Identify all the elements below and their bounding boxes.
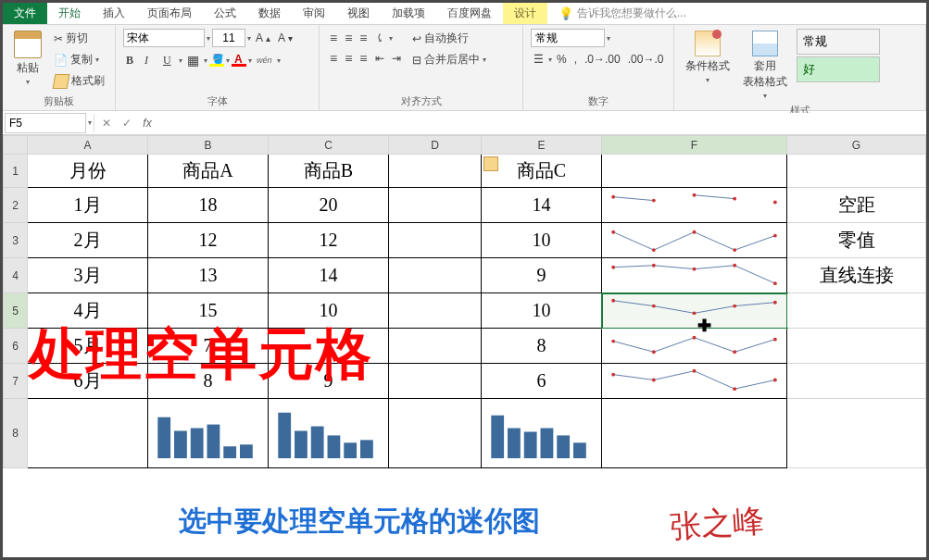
font-color-button[interactable] [232, 54, 246, 67]
row-header-7[interactable]: 7 [4, 364, 28, 399]
cell-E4[interactable]: 9 [482, 258, 602, 293]
tell-me-search[interactable]: 💡 告诉我您想要做什么... [547, 3, 926, 24]
row-5[interactable]: 5 4月 15 10 10 [4, 293, 926, 329]
cell-F1[interactable] [602, 155, 787, 188]
tab-file[interactable]: 文件 [3, 3, 47, 24]
cell-B1[interactable]: 商品A [148, 155, 269, 188]
col-B[interactable]: B [148, 136, 269, 155]
row-1[interactable]: 1 月份 商品A 商品B 商品C [4, 155, 926, 188]
row-header-2[interactable]: 2 [4, 188, 28, 223]
decrease-font-button[interactable]: A▾ [275, 30, 295, 46]
cell-G1[interactable] [787, 155, 926, 188]
cell-G8[interactable] [787, 399, 926, 468]
cell-B2[interactable]: 18 [148, 188, 269, 223]
comma-button[interactable]: , [571, 51, 580, 68]
cell-G4[interactable]: 直线连接 [787, 258, 926, 293]
cell-A1[interactable]: 月份 [28, 155, 148, 188]
borders-button[interactable] [184, 51, 202, 69]
tab-insert[interactable]: 插入 [92, 3, 136, 24]
tab-design[interactable]: 设计 [503, 3, 547, 24]
column-headers[interactable]: A B C D E F G [4, 136, 926, 155]
increase-indent-button[interactable]: ⇥ [389, 50, 404, 67]
cell-G3[interactable]: 零值 [787, 223, 926, 258]
copy-button[interactable]: 复制 [51, 50, 107, 69]
cell-F6[interactable] [602, 329, 787, 364]
underline-button[interactable]: U [160, 52, 177, 69]
row-header-4[interactable]: 4 [4, 258, 28, 293]
cell-F5[interactable] [602, 293, 787, 329]
enter-formula-button[interactable]: ✓ [117, 117, 137, 130]
italic-button[interactable]: I [142, 52, 158, 69]
cell-G7[interactable] [787, 364, 926, 399]
cell-E3[interactable]: 10 [482, 223, 602, 258]
tab-formulas[interactable]: 公式 [203, 3, 247, 24]
cell-A6[interactable]: 5月 [28, 329, 148, 364]
format-painter-button[interactable]: 格式刷 [51, 71, 107, 91]
fx-button[interactable]: fx [137, 117, 157, 130]
tab-review[interactable]: 审阅 [292, 3, 336, 24]
name-box-dd[interactable] [88, 118, 92, 127]
tab-data[interactable]: 数据 [247, 3, 292, 24]
col-A[interactable]: A [28, 136, 148, 155]
cell-F8[interactable] [602, 399, 787, 468]
row-header-5[interactable]: 5 [4, 293, 28, 329]
row-header-1[interactable]: 1 [4, 155, 28, 188]
col-G[interactable]: G [787, 136, 926, 155]
cell-B6[interactable]: 7 [148, 329, 269, 364]
cell-C8[interactable] [269, 399, 389, 468]
cut-button[interactable]: 剪切 [51, 29, 107, 48]
cell-D6[interactable] [389, 329, 482, 364]
align-middle-button[interactable]: ≡ [342, 29, 355, 47]
decrease-indent-button[interactable]: ⇤ [372, 50, 387, 67]
select-all-corner[interactable] [4, 136, 28, 155]
cell-E7[interactable]: 6 [482, 364, 602, 399]
align-center-button[interactable]: ≡ [342, 49, 355, 68]
col-E[interactable]: E [482, 136, 602, 155]
cancel-formula-button[interactable]: ✕ [96, 117, 117, 130]
orientation-button[interactable]: ⤹ [372, 30, 387, 46]
font-size-input[interactable] [212, 29, 245, 47]
cell-C7[interactable]: 9 [269, 364, 389, 399]
tab-addins[interactable]: 加载项 [381, 3, 436, 24]
col-F[interactable]: F [602, 136, 787, 155]
cell-G6[interactable] [787, 329, 926, 364]
cell-G5[interactable] [787, 293, 926, 329]
wrap-text-button[interactable]: 自动换行 [409, 29, 489, 48]
cell-E6[interactable]: 8 [482, 329, 602, 364]
cell-A4[interactable]: 3月 [28, 258, 148, 293]
cell-F2[interactable] [602, 188, 787, 223]
cell-F3[interactable] [602, 223, 787, 258]
align-bottom-button[interactable]: ≡ [357, 29, 370, 47]
cell-C4[interactable]: 14 [269, 258, 389, 293]
row-8[interactable]: 8 [4, 399, 926, 468]
sheet-table[interactable]: A B C D E F G 1 月份 商品A 商品B 商品C 2 1月 18 2… [3, 135, 926, 468]
number-format-select[interactable] [531, 29, 605, 47]
cell-C6[interactable]: 8 [269, 329, 389, 364]
cell-A8[interactable] [28, 399, 148, 468]
cell-C3[interactable]: 12 [269, 223, 389, 258]
tab-layout[interactable]: 页面布局 [136, 3, 203, 24]
cell-A2[interactable]: 1月 [28, 188, 148, 223]
cell-D7[interactable] [389, 364, 482, 399]
cell-E5[interactable]: 10 [482, 293, 602, 329]
align-left-button[interactable]: ≡ [327, 49, 340, 68]
cell-D5[interactable] [389, 293, 482, 329]
cell-B4[interactable]: 13 [148, 258, 269, 293]
row-3[interactable]: 3 2月 12 12 10 零值 [4, 223, 926, 258]
accounting-button[interactable]: ☰ [531, 51, 546, 68]
cell-F7[interactable] [602, 364, 787, 399]
cell-G2[interactable]: 空距 [787, 188, 926, 223]
merge-center-button[interactable]: 合并后居中 [409, 50, 489, 69]
row-header-3[interactable]: 3 [4, 223, 28, 258]
cell-B3[interactable]: 12 [148, 223, 269, 258]
increase-decimal-button[interactable]: .0→.00 [582, 51, 623, 68]
name-box[interactable] [5, 113, 86, 133]
cell-style-normal[interactable]: 常规 [797, 29, 880, 55]
bold-button[interactable]: B [123, 52, 140, 69]
formula-input[interactable] [157, 113, 926, 133]
cell-D2[interactable] [389, 188, 482, 223]
tab-baidu[interactable]: 百度网盘 [436, 3, 503, 24]
cell-C5[interactable]: 10 [269, 293, 389, 329]
tab-home[interactable]: 开始 [47, 3, 92, 24]
cell-A7[interactable]: 6月 [28, 364, 148, 399]
